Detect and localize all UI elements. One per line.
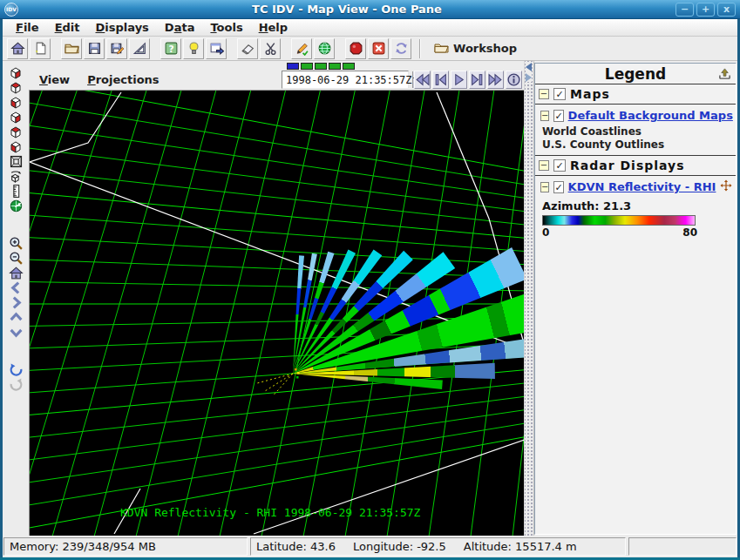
chevron-up-button[interactable]	[7, 310, 24, 325]
step-forward-button[interactable]	[469, 71, 485, 89]
chevron-left-button[interactable]	[7, 280, 24, 295]
maps-visibility-checkbox[interactable]	[553, 88, 566, 100]
save-button[interactable]	[84, 38, 105, 59]
maps-section-label: Maps	[570, 87, 610, 101]
cube4-button[interactable]	[7, 110, 24, 125]
close-button[interactable]: x	[717, 3, 736, 17]
cut-scissors-button[interactable]	[260, 38, 281, 59]
edit-pencil-button[interactable]	[291, 38, 312, 59]
maximize-button[interactable]: +	[696, 3, 715, 17]
box-outline-button[interactable]	[7, 154, 24, 169]
new-document-button[interactable]	[30, 38, 51, 59]
workshop-button[interactable]: Workshop	[434, 41, 517, 56]
time-selector[interactable]: 1998-06-29 21:35:57Z	[282, 71, 409, 89]
cube3-button[interactable]	[7, 95, 24, 110]
menu-projections[interactable]: Projections	[78, 73, 167, 86]
save-as-button[interactable]	[106, 38, 127, 59]
kdvn-reflectivity-link[interactable]: KDVN Reflectivity - RHI	[568, 180, 716, 193]
stop-remove-button[interactable]	[368, 38, 389, 59]
collapse-kdvn-button[interactable]	[540, 182, 549, 192]
home-view-button[interactable]	[7, 266, 24, 280]
tip-lightbulb-icon	[187, 41, 201, 56]
view-toolbar-left	[3, 61, 29, 536]
time-step-0[interactable]	[287, 63, 299, 70]
zoom-out-button[interactable]	[7, 251, 24, 266]
map-item-coastlines: World Coastlines	[542, 125, 736, 138]
draw-button[interactable]	[129, 38, 150, 59]
menu-file[interactable]: File	[8, 19, 47, 37]
time-step-indicator[interactable]	[287, 63, 355, 70]
eraser-button[interactable]	[237, 38, 258, 59]
redo-button[interactable]	[7, 377, 24, 392]
county-grid	[30, 91, 525, 536]
open-folder-button[interactable]	[61, 38, 82, 59]
rewind-button[interactable]	[414, 71, 431, 89]
move-icon[interactable]	[720, 179, 732, 194]
home-button[interactable]	[7, 38, 28, 59]
record-button[interactable]	[345, 38, 366, 59]
maps-sub-items: World Coastlines U.S. County Outlines	[535, 125, 736, 156]
radar-display-row: KDVN Reflectivity - RHI	[535, 176, 736, 196]
ruler-button[interactable]	[7, 184, 24, 199]
step-back-icon	[433, 72, 448, 87]
cube6-button[interactable]	[7, 139, 24, 154]
maps-display-row: Default Background Maps	[535, 105, 736, 125]
home-view-icon	[9, 266, 24, 280]
collapse-default-maps-button[interactable]	[540, 111, 549, 121]
refresh-button[interactable]	[390, 38, 411, 59]
collapse-radar-button[interactable]	[539, 160, 549, 171]
menu-tools[interactable]: Tools	[202, 19, 250, 37]
time-step-3[interactable]	[329, 63, 341, 70]
kdvn-checkbox[interactable]	[553, 181, 563, 193]
collapse-left-icon[interactable]	[526, 63, 532, 71]
chevron-down-button[interactable]	[7, 325, 24, 340]
cube1-button[interactable]	[7, 65, 24, 80]
radar-legend-body: Azimuth: 21.3 0 80	[535, 196, 736, 244]
title-bar[interactable]: IDV TC IDV - Map View - One Pane − + x	[0, 0, 740, 19]
time-step-4[interactable]	[343, 63, 355, 70]
step-back-button[interactable]	[432, 71, 449, 89]
legend-section-radar: Radar Displays	[535, 156, 736, 176]
zoom-in-button[interactable]	[7, 236, 24, 251]
fast-forward-button[interactable]	[487, 71, 504, 89]
menu-view[interactable]: View	[31, 73, 78, 86]
lock-open-icon[interactable]	[736, 180, 737, 194]
cube5-button[interactable]	[7, 125, 24, 139]
split-pane-divider[interactable]	[524, 61, 534, 536]
cube2-button[interactable]	[7, 80, 24, 95]
minimize-button[interactable]: −	[676, 3, 694, 17]
help-tile-button[interactable]: ?	[160, 38, 181, 59]
menu-data[interactable]: Data	[157, 19, 203, 37]
radar-section-label: Radar Displays	[570, 159, 685, 172]
chevron-right-button[interactable]	[7, 295, 24, 310]
menu-edit[interactable]: Edit	[47, 19, 88, 37]
radar-visibility-checkbox[interactable]	[553, 159, 566, 172]
play-button[interactable]	[451, 71, 467, 89]
zoom-out-icon	[9, 251, 24, 266]
position-readout: Latitude: 43.6 Longitude: -92.5 Altitude…	[250, 537, 626, 556]
chevron-right-icon	[9, 295, 24, 310]
map-display[interactable]: KDVN Reflectivity - RHI 1998-06-29 21:35…	[29, 90, 524, 536]
undo-button[interactable]	[7, 362, 24, 377]
collapse-maps-button[interactable]	[539, 89, 549, 99]
time-step-2[interactable]	[315, 63, 327, 70]
export-window-button[interactable]	[206, 38, 227, 59]
time-animation-control: 1998-06-29 21:35:57Z	[282, 63, 522, 89]
save-as-icon	[110, 41, 125, 56]
default-maps-checkbox[interactable]	[553, 110, 563, 122]
tip-lightbulb-button[interactable]	[183, 38, 204, 59]
properties-button[interactable]	[506, 71, 522, 89]
zoom-in-icon	[9, 236, 24, 251]
map-panel: View Projections 1998-06-29 21:35:57Z	[29, 61, 524, 536]
time-value: 1998-06-29 21:35:57Z	[282, 74, 412, 86]
cut-scissors-icon	[263, 41, 278, 56]
globe-arrow-button[interactable]	[7, 199, 24, 213]
float-legend-button[interactable]	[717, 66, 732, 81]
menu-displays[interactable]: Displays	[88, 19, 157, 37]
globe-button[interactable]	[314, 38, 335, 59]
default-maps-link[interactable]: Default Background Maps	[568, 109, 733, 122]
collapse-right-icon[interactable]	[526, 73, 532, 82]
time-step-1[interactable]	[301, 63, 313, 70]
menu-help[interactable]: Help	[251, 19, 295, 37]
rotate-cube-button[interactable]	[7, 169, 24, 184]
